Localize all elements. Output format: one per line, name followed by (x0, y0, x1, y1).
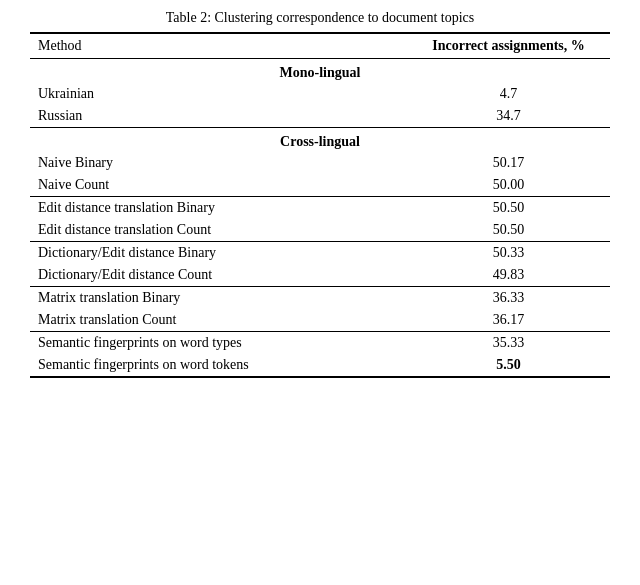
section-label-mono-lingual: Mono-lingual (30, 59, 610, 84)
method-cell: Edit distance translation Count (30, 219, 407, 242)
table-row: Matrix translation Count36.17 (30, 309, 610, 332)
value-cell: 5.50 (407, 354, 610, 377)
table-row: Naive Binary50.17 (30, 152, 610, 174)
table-row: Dictionary/Edit distance Count49.83 (30, 264, 610, 287)
method-cell: Semantic fingerprints on word tokens (30, 354, 407, 377)
value-cell: 50.50 (407, 197, 610, 220)
table-row: Semantic fingerprints on word types35.33 (30, 332, 610, 355)
method-cell: Russian (30, 105, 407, 128)
section-label-cross-lingual: Cross-lingual (30, 128, 610, 153)
method-cell: Dictionary/Edit distance Binary (30, 242, 407, 265)
value-cell: 36.17 (407, 309, 610, 332)
table-header-row: Method Incorrect assignments, % (30, 33, 610, 59)
method-cell: Dictionary/Edit distance Count (30, 264, 407, 287)
method-cell: Matrix translation Count (30, 309, 407, 332)
table-row: Edit distance translation Count50.50 (30, 219, 610, 242)
value-cell: 36.33 (407, 287, 610, 310)
table-row: Naive Count50.00 (30, 174, 610, 197)
table-row: Russian34.7 (30, 105, 610, 128)
value-cell: 49.83 (407, 264, 610, 287)
value-cell: 4.7 (407, 83, 610, 105)
table-container: Table 2: Clustering correspondence to do… (30, 10, 610, 378)
method-cell: Semantic fingerprints on word types (30, 332, 407, 355)
value-cell: 50.33 (407, 242, 610, 265)
method-cell: Naive Count (30, 174, 407, 197)
table-row: Ukrainian4.7 (30, 83, 610, 105)
method-cell: Edit distance translation Binary (30, 197, 407, 220)
method-cell: Naive Binary (30, 152, 407, 174)
method-cell: Ukrainian (30, 83, 407, 105)
method-cell: Matrix translation Binary (30, 287, 407, 310)
section-header-cross-lingual: Cross-lingual (30, 128, 610, 153)
method-header: Method (30, 33, 407, 59)
table-row: Semantic fingerprints on word tokens5.50 (30, 354, 610, 377)
value-cell: 50.17 (407, 152, 610, 174)
value-cell: 34.7 (407, 105, 610, 128)
table-row: Matrix translation Binary36.33 (30, 287, 610, 310)
incorrect-header: Incorrect assignments, % (407, 33, 610, 59)
data-table: Method Incorrect assignments, % Mono-lin… (30, 32, 610, 378)
section-header-mono-lingual: Mono-lingual (30, 59, 610, 84)
value-cell: 35.33 (407, 332, 610, 355)
table-title: Table 2: Clustering correspondence to do… (30, 10, 610, 26)
value-cell: 50.50 (407, 219, 610, 242)
table-row: Edit distance translation Binary50.50 (30, 197, 610, 220)
table-row: Dictionary/Edit distance Binary50.33 (30, 242, 610, 265)
value-cell: 50.00 (407, 174, 610, 197)
